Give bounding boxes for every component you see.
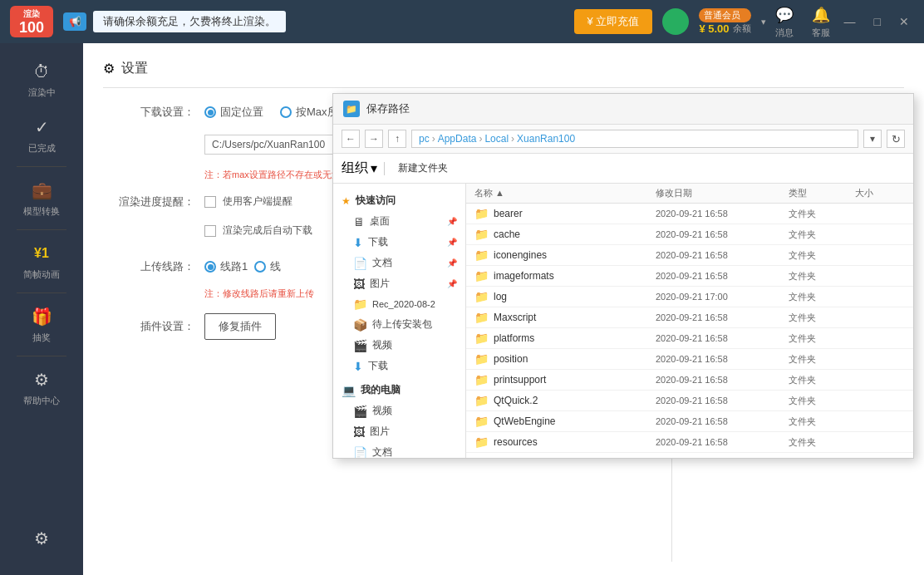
balance-label: 余额 <box>733 22 751 35</box>
sidebar-item-lottery[interactable]: 🎁 抽奖 <box>0 297 83 352</box>
folder-icon: 📁 <box>474 290 489 303</box>
notice-area: 📢 请确保余额充足，欠费将终止渲染。 <box>63 11 566 32</box>
nav-forward-button[interactable]: → <box>365 130 383 148</box>
organize-dropdown[interactable]: 组织 ▾ <box>342 160 377 177</box>
breadcrumb-pc[interactable]: pc <box>419 133 430 145</box>
table-row[interactable]: 📁 Skin 2020-09-21 16:58 文件夹 <box>466 453 913 458</box>
user-level-badge: 普通会员 <box>699 8 750 22</box>
file-date: 2020-09-21 16:58 <box>656 375 789 385</box>
settings-icon: ⚙ <box>30 527 53 550</box>
breadcrumb-local[interactable]: Local <box>484 133 509 145</box>
radio-fixed[interactable]: 固定位置 <box>204 105 263 120</box>
pictures-label: 图片 <box>370 277 390 291</box>
quick-item-pictures[interactable]: 🖼 图片 📌 <box>333 273 465 294</box>
new-folder-button[interactable]: 新建文件夹 <box>391 159 455 178</box>
settings-header: ⚙ 设置 <box>103 60 904 88</box>
quick-access-label: 快速访问 <box>356 194 396 208</box>
recharge-button[interactable]: ¥ 立即充值 <box>574 9 653 34</box>
service-icon-item[interactable]: 🔔 客服 <box>809 5 833 39</box>
radio-route1[interactable]: 线路1 <box>204 259 248 274</box>
table-row[interactable]: 📁 QtWebEngine 2020-09-21 16:58 文件夹 <box>466 411 913 432</box>
file-date: 2020-09-21 16:58 <box>656 416 789 426</box>
sidebar-item-settings[interactable]: ⚙ <box>30 518 53 558</box>
computer-item-docs[interactable]: 📄 文档 <box>333 442 465 458</box>
quick-item-downloads[interactable]: ⬇ 下载 📌 <box>333 232 465 253</box>
sidebar-item-completed[interactable]: ✓ 已完成 <box>0 107 83 163</box>
file-type: 文件夹 <box>789 374 855 386</box>
quick-item-dl2[interactable]: ⬇ 下载 <box>333 356 465 376</box>
message-icon-item[interactable]: 💬 消息 <box>773 5 796 39</box>
quick-item-rec[interactable]: 📁 Rec_2020-08-2 <box>333 294 465 314</box>
quick-item-upload[interactable]: 📦 待上传安装包 <box>333 314 465 335</box>
file-name: 📁 platforms <box>474 332 656 345</box>
minimize-button[interactable]: — <box>839 13 861 30</box>
computer-item-video[interactable]: 🎬 视频 <box>333 401 465 421</box>
dl2-label: 下载 <box>368 359 388 373</box>
main-content: ⚙ 设置 下载设置： 固定位置 <box>83 43 924 575</box>
checkbox-auto[interactable] <box>204 225 216 237</box>
file-name: 📁 QtWebEngine <box>474 415 656 428</box>
table-row[interactable]: 📁 resources 2020-09-21 16:58 文件夹 <box>466 432 913 453</box>
file-name: 📁 printsupport <box>474 373 656 386</box>
desktop-label: 桌面 <box>370 214 390 229</box>
maximize-button[interactable]: □ <box>869 13 886 30</box>
app-logo-bottom: 100 <box>19 20 44 35</box>
radio-route1-dot <box>204 261 216 273</box>
file-name-text: imageformats <box>494 270 554 282</box>
folder-icon: 📁 <box>474 269 489 283</box>
table-row[interactable]: 📁 Maxscript 2020-09-21 16:58 文件夹 <box>466 307 913 328</box>
sidebar-item-rendering[interactable]: ⏱ 渲染中 <box>0 52 83 107</box>
nav-back-button[interactable]: ← <box>342 130 360 148</box>
file-right-panel: 名称 ▲ 修改日期 类型 大小 📁 bearer 2020-09-21 16:5… <box>466 184 913 458</box>
comp-docs-icon: 📄 <box>353 446 367 459</box>
table-row[interactable]: 📁 platforms 2020-09-21 16:58 文件夹 <box>466 328 913 349</box>
table-row[interactable]: 📁 log 2020-09-21 17:00 文件夹 <box>466 287 913 307</box>
sidebar-item-animation[interactable]: ¥1 简帧动画 <box>0 233 83 289</box>
file-nav-bar: ← → ↑ pc › AppData › Local › XuanRan100 … <box>333 125 913 154</box>
folder-icon: 📁 <box>474 394 489 407</box>
completed-icon: ✓ <box>30 115 53 139</box>
my-computer-header[interactable]: 💻 我的电脑 <box>333 380 465 401</box>
file-name-text: position <box>494 353 528 365</box>
file-type: 文件夹 <box>789 208 855 220</box>
quick-item-desktop[interactable]: 🖥 桌面 📌 <box>333 211 465 232</box>
nav-dropdown-button[interactable]: ▾ <box>863 130 882 148</box>
quick-item-docs[interactable]: 📄 文档 📌 <box>333 253 465 273</box>
my-computer-label: 我的电脑 <box>361 383 401 397</box>
table-row[interactable]: 📁 iconengines 2020-09-21 16:58 文件夹 <box>466 245 913 266</box>
comp-pictures-label: 图片 <box>370 425 390 439</box>
plugin-button[interactable]: 修复插件 <box>204 313 276 340</box>
toolbar-separator <box>384 162 385 175</box>
comp-video-icon: 🎬 <box>353 405 367 418</box>
table-row[interactable]: 📁 position 2020-09-21 16:58 文件夹 <box>466 349 913 370</box>
quick-item-video[interactable]: 🎬 视频 <box>333 335 465 356</box>
file-type: 文件夹 <box>789 415 855 428</box>
dropdown-arrow[interactable]: ▾ <box>761 17 766 27</box>
col-date: 修改日期 <box>656 187 789 199</box>
table-row[interactable]: 📁 bearer 2020-09-21 16:58 文件夹 <box>466 204 913 224</box>
file-type: 文件夹 <box>789 291 855 303</box>
table-row[interactable]: 📁 cache 2020-09-21 16:58 文件夹 <box>466 224 913 245</box>
sidebar-item-model[interactable]: 💼 模型转换 <box>0 170 83 226</box>
desktop-pin-icon: 📌 <box>447 217 457 226</box>
table-row[interactable]: 📁 imageformats 2020-09-21 16:58 文件夹 <box>466 266 913 287</box>
nav-refresh-button[interactable]: ↻ <box>887 130 905 148</box>
sidebar-item-help[interactable]: ⚙ 帮助中心 <box>0 360 83 415</box>
table-row[interactable]: 📁 printsupport 2020-09-21 16:58 文件夹 <box>466 370 913 391</box>
help-icon: ⚙ <box>30 368 53 391</box>
quick-access-header[interactable]: ★ 快速访问 <box>333 190 465 211</box>
title-icons: 💬 消息 🔔 客服 <box>773 5 833 39</box>
table-row[interactable]: 📁 QtQuick.2 2020-09-21 16:58 文件夹 <box>466 391 913 411</box>
computer-item-pictures[interactable]: 🖼 图片 <box>333 421 465 442</box>
breadcrumb-appdata[interactable]: AppData <box>438 133 477 145</box>
checkbox-remind[interactable] <box>204 196 216 208</box>
close-button[interactable]: ✕ <box>894 13 914 30</box>
docs-label: 文档 <box>372 256 392 270</box>
user-info: 普通会员 ¥ 5.00 余额 <box>699 8 750 35</box>
nav-up-button[interactable]: ↑ <box>388 130 406 148</box>
breadcrumb-xuanran[interactable]: XuanRan100 <box>517 133 575 145</box>
notice-text: 请确保余额充足，欠费将终止渲染。 <box>93 11 286 32</box>
radio-route2[interactable]: 线 <box>254 259 281 274</box>
user-avatar <box>662 8 689 35</box>
plugin-label: 插件设置： <box>103 319 194 334</box>
